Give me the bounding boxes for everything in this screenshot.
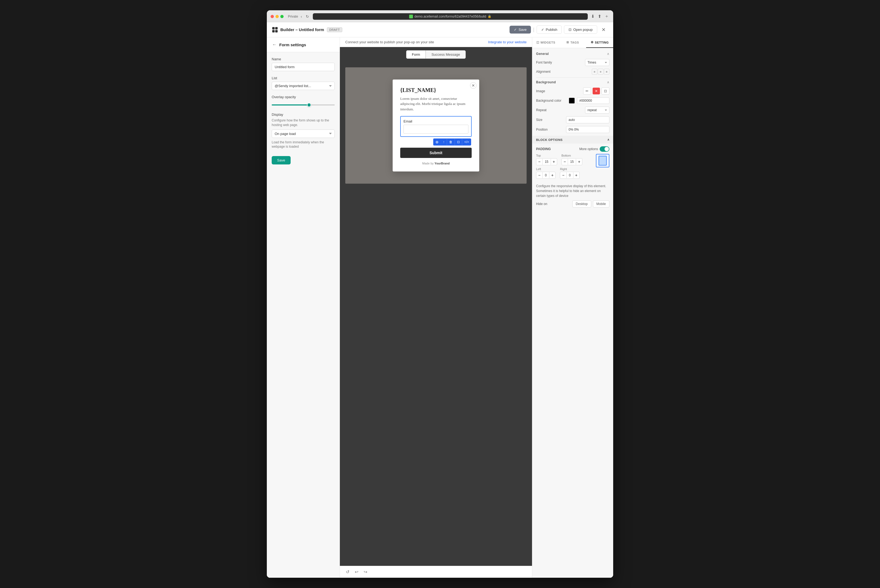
right-minus-button[interactable]: − [560,172,566,178]
publish-button[interactable]: ✓ Publish [537,26,562,34]
popup-icon: ⊡ [569,28,572,32]
left-label: Left [536,167,556,171]
traffic-light-red[interactable] [270,15,274,18]
hide-on-row: Hide on Desktop Mobile [536,200,610,207]
open-popup-button[interactable]: ⊡ Open popup [564,26,597,34]
undo-button[interactable]: ↩ [353,568,360,576]
padding-section: PADDING More options [536,146,610,181]
browser-chrome: Private ‹ ↻ demo.acellemail.com/forms/62… [267,10,613,22]
load-description: Load the form immediately when the webpa… [272,140,335,149]
refresh-nav-button[interactable]: ↻ [305,14,310,19]
redo-button[interactable]: ↪ [362,568,369,576]
close-button[interactable]: ✕ [599,26,608,34]
slider-container [272,100,335,108]
desktop-button[interactable]: Desktop [572,200,591,207]
color-value-input[interactable] [577,98,610,104]
address-bar[interactable]: demo.acellemail.com/forms/62a094437e056/… [313,13,588,20]
padding-right-group: Right − 0 + [560,167,580,179]
left-stepper: − 0 + [536,172,556,179]
name-input[interactable] [272,63,335,71]
save-check-icon: ✓ [514,28,517,32]
align-center-button[interactable]: ≡ [598,69,603,75]
overlay-field-group: Overlay opacity [272,95,335,108]
reset-button[interactable]: ↺ [344,568,351,576]
delete-button[interactable]: 🗑 [447,139,455,145]
color-swatch[interactable] [569,98,575,104]
traffic-light-yellow[interactable] [275,15,279,18]
integrate-bar: Connect your website to publish your pop… [340,38,532,47]
bg-color-label: Background color [536,99,561,102]
configure-text: Configure the responsive display of this… [536,184,610,198]
integrate-link[interactable]: Integrate to your website [488,40,527,44]
move-up-button[interactable]: ↑ [441,139,447,145]
code-button[interactable]: </> [462,139,471,145]
back-nav-button[interactable]: ‹ [300,14,303,19]
left-minus-button[interactable]: − [536,172,542,178]
font-family-select[interactable]: Times [585,59,610,66]
align-left-button[interactable]: ≡ [592,69,597,75]
responsive-preview-inner [599,156,607,165]
image-upload-button[interactable]: ⊡ [602,87,610,94]
share-icon[interactable]: ⬆ [597,13,602,20]
right-plus-button[interactable]: + [574,172,580,178]
form-settings-header: ← Form settings [267,38,339,52]
app-logo [272,27,278,33]
display-field-group: Display Configure how the form shows up … [272,112,335,149]
traffic-light-green[interactable] [280,15,284,18]
bottom-value: 15 [568,159,576,165]
top-plus-button[interactable]: + [551,159,557,165]
display-select[interactable]: On page load [272,129,335,138]
bottom-minus-button[interactable]: − [562,159,568,165]
list-select[interactable]: @Sendy imported list... [272,82,335,90]
email-input[interactable] [404,124,469,134]
popup-modal: ✕ {LIST_NAME} Lorem ipsum dolor sit amet… [393,80,479,172]
settings-save-button[interactable]: Save [272,156,291,165]
popup-body-text: Lorem ipsum dolor sit amet, consectetur … [400,96,472,112]
brand-name: YourBrand [435,162,450,165]
block-options-chevron-icon[interactable]: ∧ [607,138,610,141]
general-chevron-icon[interactable]: ∧ [607,52,610,56]
overlay-slider[interactable] [272,104,335,105]
size-input[interactable] [566,116,610,123]
form-settings-back-button[interactable]: ← [272,42,277,48]
align-right-button[interactable]: ≡ [604,69,610,75]
more-options-toggle[interactable] [600,146,610,152]
position-input[interactable] [566,126,610,133]
responsive-preview [596,154,610,167]
top-minus-button[interactable]: − [536,159,542,165]
popup-close-button[interactable]: ✕ [470,82,476,89]
tab-widgets[interactable]: ◫ WIDGETS [532,38,559,48]
email-label: Email [404,119,469,123]
repeat-select[interactable]: repeat [585,106,610,114]
tab-setting[interactable]: ⚙ SETTING [586,38,613,48]
mobile-button[interactable]: Mobile [593,200,610,207]
email-field-block[interactable]: Email ⊕ ↑ 🗑 ⊡ </> [400,116,472,137]
topbar-divider: | [533,27,535,33]
draft-badge: DRAFT [327,27,342,32]
logo-icon [272,27,278,33]
save-button[interactable]: ✓ Save [509,26,531,33]
left-plus-button[interactable]: + [549,172,555,178]
top-value: 15 [542,159,551,165]
submit-button[interactable]: Submit [400,148,472,158]
popup-overlay: ✕ {LIST_NAME} Lorem ipsum dolor sit amet… [345,68,527,184]
hide-on-buttons: Desktop Mobile [572,200,610,207]
download-icon[interactable]: ⬇ [590,13,595,20]
background-chevron-icon[interactable]: ∧ [607,80,610,84]
general-section-header: General ∧ [536,52,610,56]
main-layout: ← Form settings Name List @Sendy importe… [267,38,613,578]
new-tab-icon[interactable]: ＋ [604,13,610,20]
bg-color-row: Background color [536,98,610,104]
duplicate-button[interactable]: ⊡ [455,139,462,145]
position-row: Position [536,126,610,133]
form-settings-title: Form settings [279,42,306,47]
bottom-plus-button[interactable]: + [576,159,582,165]
tab-success-message[interactable]: Success Message [426,50,466,59]
browser-nav: Private ‹ ↻ [288,14,310,19]
image-delete-button[interactable]: ✕ [593,88,600,94]
tab-tags[interactable]: ⊞ TAGS [559,38,586,48]
image-edit-button[interactable]: ✏ [583,87,591,94]
move-handle[interactable]: ⊕ [433,138,441,146]
tab-form[interactable]: Form [406,50,426,59]
repeat-label: Repeat [536,108,547,112]
